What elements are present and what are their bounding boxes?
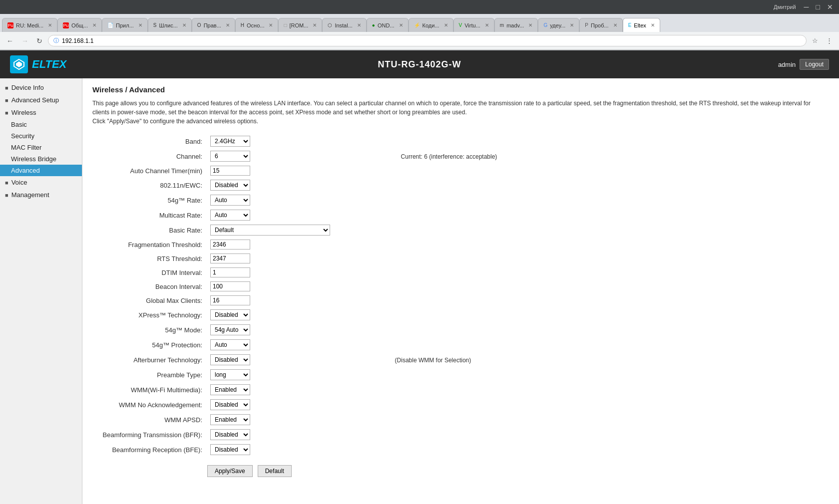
minimize-button[interactable]: ─	[801, 3, 812, 11]
cell-act-extra	[388, 164, 829, 178]
tab-virtu[interactable]: VVirtu...✕	[453, 18, 494, 32]
row-54g-rate: 54g™ Rate: Auto	[92, 193, 829, 208]
row-54g-mode: 54g™ Mode: 54g Auto	[92, 322, 829, 337]
logout-button[interactable]: Logout	[800, 59, 829, 70]
sidebar-label-device-info: Device Info	[11, 84, 44, 91]
sidebar-item-advanced-setup[interactable]: ■ Advanced Setup	[0, 94, 82, 106]
tab-pril[interactable]: 📄Прил...✕	[102, 18, 148, 32]
tab-obsh[interactable]: РuОбщ...✕	[57, 18, 102, 32]
sidebar-item-advanced[interactable]: Advanced	[0, 165, 82, 176]
address-bar[interactable]: ⓘ 192.168.1.1	[48, 35, 807, 46]
tab-rom[interactable]: □[ROM...✕	[278, 18, 322, 32]
input-global-max-clients[interactable]	[210, 295, 250, 305]
label-auto-channel-timer: Auto Channel Timer(min)	[92, 164, 207, 178]
tab-shlis[interactable]: SШлис...✕	[148, 18, 192, 32]
reload-button[interactable]: ↻	[34, 36, 45, 46]
tab-ond[interactable]: ●OND...✕	[367, 18, 409, 32]
select-afterburner[interactable]: Disabled Enabled	[210, 354, 250, 365]
select-54g-protection[interactable]: Auto	[210, 339, 250, 350]
sidebar: ■ Device Info ■ Advanced Setup ■ Wireles…	[0, 78, 82, 504]
sidebar-item-wireless[interactable]: ■ Wireless	[0, 106, 82, 119]
select-preamble-type[interactable]: long short	[210, 369, 250, 380]
cell-frag-threshold	[207, 238, 388, 252]
channel-current-info: Current: 6 (interference: acceptable)	[401, 153, 497, 160]
tab-prav[interactable]: OПрав...✕	[192, 18, 235, 32]
row-channel: Channel: 6 Current: 6 (interference: acc…	[92, 149, 829, 164]
label-rts-threshold: RTS Threshold:	[92, 252, 207, 265]
tab-kodi[interactable]: ⚡Коди...✕	[409, 18, 453, 32]
select-80211n[interactable]: Disabled Enabled	[210, 180, 250, 191]
tab-madv[interactable]: mmadv...✕	[494, 18, 538, 32]
select-wmm[interactable]: Enabled Disabled	[210, 384, 250, 395]
row-frag-threshold: Fragmentation Threshold:	[92, 238, 829, 252]
input-frag-threshold[interactable]	[210, 240, 250, 250]
input-dtim-interval[interactable]	[210, 267, 250, 277]
select-54g-mode[interactable]: 54g Auto	[210, 324, 250, 335]
input-rts-threshold[interactable]	[210, 253, 250, 263]
cell-wmm: Enabled Disabled	[207, 382, 388, 397]
maximize-button[interactable]: □	[813, 3, 823, 11]
label-wmm-apsd: WMM APSD:	[92, 412, 207, 427]
menu-button[interactable]: ⋮	[824, 36, 835, 45]
default-button[interactable]: Default	[258, 465, 292, 477]
row-wmm: WMM(Wi-Fi Multimedia): Enabled Disabled	[92, 382, 829, 397]
browser-titlebar: Дмитрий ─ □ ✕	[0, 0, 839, 14]
row-afterburner: Afterburner Technology: Disabled Enabled…	[92, 352, 829, 367]
input-auto-channel-timer[interactable]	[210, 166, 250, 176]
cell-54g-mode-extra	[388, 322, 829, 337]
wireless-icon: ■	[5, 110, 8, 116]
tab-prob[interactable]: PПроб...✕	[579, 18, 622, 32]
page-desc-text2: Click "Apply/Save" to configure the adva…	[92, 118, 258, 125]
cell-gmc-extra	[388, 293, 829, 307]
advanced-setup-icon: ■	[5, 97, 8, 103]
cell-channel: 6	[207, 149, 388, 164]
sidebar-item-basic[interactable]: Basic	[0, 119, 82, 130]
app-logo: ELTEX	[10, 55, 66, 73]
label-54g-rate: 54g™ Rate:	[92, 193, 207, 208]
row-global-max-clients: Global Max Clients:	[92, 293, 829, 307]
label-frag-threshold: Fragmentation Threshold:	[92, 238, 207, 252]
app-title: NTU-RG-1402G-W	[378, 59, 461, 70]
label-bfe: Beamforming Reception (BFE):	[92, 442, 207, 457]
cell-multicast-rate-extra	[388, 208, 829, 223]
sidebar-item-wireless-bridge[interactable]: Wireless Bridge	[0, 153, 82, 165]
tab-ru-media[interactable]: РuRU: Medi...✕	[2, 18, 57, 32]
select-band[interactable]: 2.4GHz 5GHz	[210, 136, 250, 147]
url-input[interactable]: 192.168.1.1	[62, 37, 801, 44]
sidebar-item-mac-filter[interactable]: MAC Filter	[0, 142, 82, 153]
select-wmm-apsd[interactable]: Enabled Disabled	[210, 414, 250, 425]
select-wmm-no-ack[interactable]: Disabled Enabled	[210, 399, 250, 410]
tab-udeyu[interactable]: Gудеу...✕	[538, 18, 579, 32]
input-beacon-interval[interactable]	[210, 281, 250, 291]
cell-bfr-extra	[388, 427, 829, 442]
sidebar-item-security[interactable]: Security	[0, 130, 82, 142]
cell-frag-extra	[388, 238, 829, 252]
row-multicast-rate: Multicast Rate: Auto	[92, 208, 829, 223]
forward-button[interactable]: →	[19, 36, 31, 46]
back-button[interactable]: ←	[4, 36, 16, 46]
tab-eltex[interactable]: EEltex✕	[623, 18, 660, 32]
row-wmm-apsd: WMM APSD: Enabled Disabled	[92, 412, 829, 427]
select-bfe[interactable]: Disabled Enabled	[210, 444, 250, 455]
select-basic-rate[interactable]: Default	[210, 225, 330, 236]
select-multicast-rate[interactable]: Auto	[210, 210, 250, 221]
sidebar-item-management[interactable]: ■ Management	[0, 189, 82, 201]
label-global-max-clients: Global Max Clients:	[92, 293, 207, 307]
select-bfr[interactable]: Disabled Enabled	[210, 429, 250, 440]
svg-marker-1	[16, 61, 22, 67]
select-54g-rate[interactable]: Auto	[210, 195, 250, 206]
tab-instal[interactable]: ⬡Instal...✕	[322, 18, 366, 32]
select-channel[interactable]: 6	[210, 151, 250, 162]
cell-beacon-interval	[207, 279, 388, 293]
tab-osno[interactable]: HОсно...✕	[235, 18, 279, 32]
sidebar-label-wireless-bridge: Wireless Bridge	[11, 155, 56, 163]
bookmark-button[interactable]: ☆	[810, 36, 821, 45]
select-xpress[interactable]: Disabled Enabled	[210, 309, 250, 320]
cell-80211n: Disabled Enabled	[207, 178, 388, 193]
cell-bfr: Disabled Enabled	[207, 427, 388, 442]
apply-save-button[interactable]: Apply/Save	[207, 465, 253, 477]
sidebar-item-voice[interactable]: ■ Voice	[0, 176, 82, 189]
tab-strip: РuRU: Medi...✕ РuОбщ...✕ 📄Прил...✕ SШлис…	[2, 18, 837, 32]
sidebar-item-device-info[interactable]: ■ Device Info	[0, 81, 82, 94]
close-button[interactable]: ✕	[824, 3, 836, 11]
